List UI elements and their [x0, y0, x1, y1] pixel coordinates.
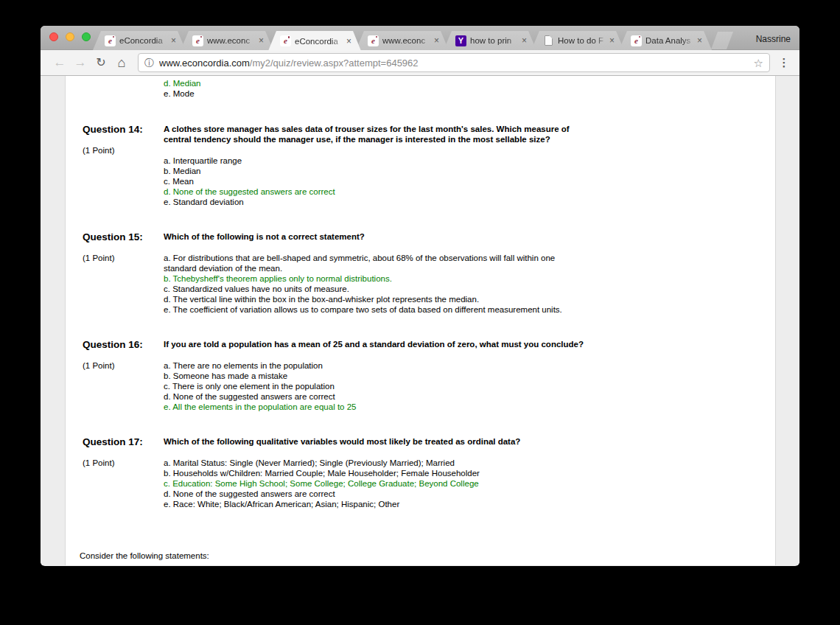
browser-toolbar: ← → ↻ ⌂ ⓘ www.econcordia.com/my2/quiz/re… — [41, 50, 799, 76]
browser-viewport: d. Mediane. Mode Consider the following … — [41, 76, 799, 565]
answer-option: e. The coefficient of variation allows u… — [164, 304, 753, 315]
tab[interactable]: eData Analys× — [619, 31, 712, 50]
question-points: (1 Point) — [83, 361, 164, 370]
tab-title: how to prin — [470, 36, 522, 45]
answer-options: a. There are no elements in the populati… — [164, 360, 753, 412]
answer-option: e. Mode — [164, 88, 201, 99]
tab-close-icon[interactable]: × — [522, 36, 527, 45]
answer-options: a. Interquartile rangeb. Medianc. Meand.… — [164, 156, 753, 207]
window-zoom-button[interactable] — [82, 32, 91, 41]
question-body: If you are told a population has a mean … — [164, 339, 753, 412]
question-text: A clothes store manager has sales data o… — [164, 124, 753, 144]
answer-options: a. Marital Status: Single (Never Married… — [164, 458, 753, 509]
tab-close-icon[interactable]: × — [171, 36, 176, 45]
browser-window: eeConcordia×ewww.econc×eeConcordia×ewww.… — [41, 26, 799, 566]
tab-close-icon[interactable]: × — [697, 36, 702, 45]
correct-answer-option: e. All the elements in the population ar… — [164, 402, 753, 412]
tab-close-icon[interactable]: × — [259, 36, 264, 45]
answer-option: e. Standard deviation — [164, 197, 753, 207]
question-number: Question 15: — [83, 231, 164, 243]
profile-name: Nassrine — [756, 34, 791, 44]
answer-option: d. None of the suggested answers are cor… — [164, 391, 753, 402]
question-number: Question 14: — [83, 124, 164, 136]
question-points: (1 Point) — [83, 254, 164, 262]
answer-option: b. Median — [164, 166, 753, 176]
question-label-column: Question 17:(1 Point) — [83, 436, 164, 509]
answer-option: a. Interquartile range — [164, 156, 753, 166]
previous-question-options: d. Mediane. Mode — [164, 78, 201, 99]
tabs-strip: eeConcordia×ewww.econc×eeConcordia×ewww.… — [98, 31, 733, 50]
question-points: (1 Point) — [83, 146, 164, 155]
tab-title: eConcordia — [295, 37, 346, 46]
tab[interactable]: ewww.econc× — [181, 31, 273, 50]
econcordia-favicon-icon: e — [280, 35, 291, 46]
question-label-column: Question 14:(1 Point) — [83, 124, 164, 207]
question-block: Question 14:(1 Point)A clothes store man… — [83, 124, 753, 207]
question-text: Which of the following qualitative varia… — [164, 436, 753, 447]
answer-option: b. Someone has made a mistake — [164, 371, 753, 381]
tab-close-icon[interactable]: × — [434, 36, 439, 45]
question-number: Question 16: — [83, 339, 164, 351]
question-text: Which of the following is not a correct … — [164, 231, 753, 242]
answer-option: e. Race: White; Black/African American; … — [164, 499, 753, 509]
correct-answer-option: d. Median — [164, 78, 201, 88]
window-minimize-button[interactable] — [66, 32, 74, 41]
tab-title: eConcordia — [119, 36, 171, 45]
url-domain: www.econcordia.com — [159, 57, 250, 69]
answer-option: c. Mean — [164, 176, 753, 186]
answer-option: c. Standardized values have no units of … — [164, 284, 753, 294]
answer-option: b. Households w/Children: Married Couple… — [164, 468, 753, 478]
question-body: A clothes store manager has sales data o… — [164, 124, 753, 207]
new-tab-button[interactable] — [711, 32, 733, 49]
tab-title: www.econc — [207, 36, 259, 45]
tab-bar: eeConcordia×ewww.econc×eeConcordia×ewww.… — [41, 26, 799, 50]
answer-options: a. For distributions that are bell-shape… — [164, 253, 753, 315]
home-icon[interactable]: ⌂ — [111, 52, 132, 73]
tab-title: How to do F — [558, 36, 609, 45]
answer-option: a. There are no elements in the populati… — [164, 360, 753, 371]
answer-option: c. There is only one element in the popu… — [164, 381, 753, 391]
url-bar[interactable]: ⓘ www.econcordia.com/my2/quiz/review.asp… — [138, 53, 770, 72]
answer-option: a. For distributions that are bell-shape… — [164, 253, 753, 273]
econcordia-favicon-icon: e — [105, 35, 116, 46]
bookmark-star-icon[interactable]: ☆ — [754, 57, 763, 69]
tab[interactable]: ewww.econc× — [356, 31, 449, 50]
kebab-menu-icon[interactable]: ⋮ — [777, 56, 791, 69]
forward-icon[interactable]: → — [70, 52, 91, 73]
tab-close-icon[interactable]: × — [609, 36, 615, 45]
tab[interactable]: How to do F× — [531, 31, 624, 50]
question-block: Question 15:(1 Point)Which of the follow… — [83, 231, 753, 315]
question-block: Question 16:(1 Point)If you are told a p… — [83, 339, 753, 412]
question-text: If you are told a population has a mean … — [164, 339, 753, 349]
econcordia-favicon-icon: e — [368, 35, 379, 46]
tab-close-icon[interactable]: × — [346, 37, 351, 46]
answer-option: a. Marital Status: Single (Never Married… — [164, 458, 753, 468]
econcordia-favicon-icon: e — [631, 35, 642, 46]
yahoo-favicon-icon: Y — [455, 35, 466, 46]
tab[interactable]: Yhow to prin× — [444, 31, 536, 50]
reload-icon[interactable]: ↻ — [91, 52, 111, 73]
tab-active[interactable]: eeConcordia× — [268, 31, 361, 51]
url-path: /my2/quiz/review.aspx?attempt=645962 — [250, 57, 419, 69]
footer-text: Consider the following statements: — [80, 551, 209, 560]
question-body: Which of the following qualitative varia… — [164, 436, 753, 509]
correct-answer-option: b. Tchebysheff's theorem applies only to… — [164, 273, 753, 284]
correct-answer-option: c. Education: Some High School; Some Col… — [164, 478, 753, 489]
quiz-page: d. Mediane. Mode Consider the following … — [65, 76, 776, 565]
question-block: Question 17:(1 Point)Which of the follow… — [83, 436, 753, 509]
document-favicon-icon — [545, 35, 553, 46]
tab[interactable]: eeConcordia× — [93, 31, 186, 50]
back-icon[interactable]: ← — [49, 52, 70, 73]
question-body: Which of the following is not a correct … — [164, 231, 753, 315]
question-number: Question 17: — [83, 436, 164, 448]
tab-title: www.econc — [382, 36, 434, 45]
url-text[interactable]: www.econcordia.com/my2/quiz/review.aspx?… — [159, 57, 754, 69]
window-close-button[interactable] — [49, 32, 58, 41]
question-points: (1 Point) — [83, 458, 164, 467]
page-info-icon[interactable]: ⓘ — [144, 58, 154, 68]
answer-option: d. None of the suggested answers are cor… — [164, 489, 753, 499]
question-label-column: Question 15:(1 Point) — [83, 231, 164, 315]
question-label-column: Question 16:(1 Point) — [83, 339, 164, 412]
correct-answer-option: d. None of the suggested answers are cor… — [164, 186, 753, 197]
answer-option: d. The vertical line within the box in t… — [164, 294, 753, 304]
